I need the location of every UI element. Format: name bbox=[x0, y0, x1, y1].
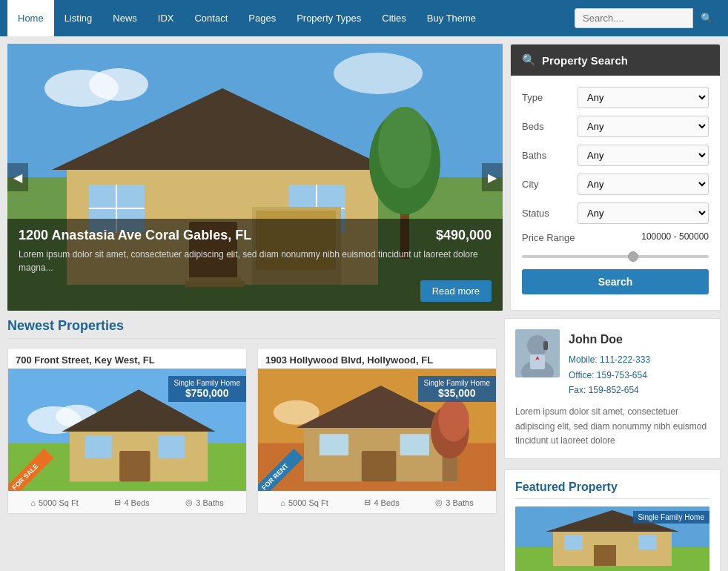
search-type-row: Type Any bbox=[522, 87, 709, 108]
property-slider: ◀ ▶ 1200 Anastasia Ave Coral Gables, FL … bbox=[7, 44, 503, 311]
nav-cities[interactable]: Cities bbox=[371, 0, 417, 36]
nav-search-input[interactable] bbox=[575, 8, 693, 28]
agent-info: John Doe Mobile: 111-222-333 Office: 159… bbox=[569, 329, 650, 397]
main-content: Newest Properties 700 Front Street, Key … bbox=[0, 311, 728, 571]
property-1-beds: ⊟ 4 Beds bbox=[114, 498, 149, 507]
slider-description: Lorem ipsum dolor sit amet, consectetuer… bbox=[19, 248, 492, 274]
property-2-footer: ⌂ 5000 Sq Ft ⊟ 4 Beds ◎ 3 Baths bbox=[258, 491, 496, 513]
nav-contact[interactable]: Contact bbox=[184, 0, 238, 36]
property-card-1: 700 Front Street, Key West, FL bbox=[7, 348, 247, 514]
baths-label: Baths bbox=[522, 150, 578, 161]
newest-properties-title: Newest Properties bbox=[7, 318, 497, 339]
svg-rect-37 bbox=[320, 434, 348, 455]
beds-select[interactable]: Any bbox=[578, 116, 709, 137]
nav-pages[interactable]: Pages bbox=[238, 0, 286, 36]
property-2-address: 1903 Hollywood Blvd, Hollywood, FL bbox=[258, 349, 496, 369]
svg-rect-54 bbox=[638, 535, 657, 549]
property-search-panel: 🔍 Property Search Type Any Beds Any Bath… bbox=[510, 44, 721, 311]
slider-next-button[interactable]: ▶ bbox=[482, 163, 503, 191]
search-button[interactable]: Search bbox=[522, 269, 709, 294]
nav-listing[interactable]: Listing bbox=[54, 0, 103, 36]
slider-address: 1200 Anastasia Ave Coral Gables, FL bbox=[19, 228, 251, 243]
read-more-button[interactable]: Read more bbox=[420, 280, 492, 302]
property-2-baths: ◎ 3 Baths bbox=[435, 498, 473, 507]
featured-type: Single Family Home bbox=[638, 513, 704, 521]
nav-search-container: 🔍 bbox=[575, 8, 721, 28]
slider-prev-button[interactable]: ◀ bbox=[7, 163, 28, 191]
svg-point-41 bbox=[438, 399, 469, 442]
nav-search-icon: 🔍 bbox=[701, 13, 713, 24]
search-panel-body: Type Any Beds Any Baths Any City bbox=[511, 76, 720, 306]
svg-point-3 bbox=[89, 68, 148, 101]
search-city-row: City Any bbox=[522, 174, 709, 195]
price-range-slider[interactable] bbox=[522, 255, 709, 258]
svg-rect-36 bbox=[362, 451, 397, 481]
nav-idx[interactable]: IDX bbox=[148, 0, 185, 36]
property-1-image: Single Family Home $750,000 FOR SALE bbox=[8, 369, 246, 491]
type-select[interactable]: Any bbox=[578, 87, 709, 108]
svg-rect-47 bbox=[543, 341, 548, 350]
nav-buy-theme[interactable]: Buy Theme bbox=[417, 0, 486, 36]
price-range-row: Price Range 100000 - 500000 bbox=[522, 231, 709, 260]
svg-rect-28 bbox=[119, 451, 150, 481]
agent-description: Lorem ipsum dolor sit amet, consectetuer… bbox=[515, 405, 709, 448]
property-1-price: $750,000 bbox=[174, 387, 240, 399]
svg-point-17 bbox=[378, 107, 431, 188]
featured-section: Featured Property Single Family Home bbox=[504, 469, 721, 571]
property-2-status: FOR RENT bbox=[258, 449, 303, 491]
search-status-row: Status Any bbox=[522, 202, 709, 224]
nav-news[interactable]: News bbox=[102, 0, 148, 36]
search-beds-row: Beds Any bbox=[522, 116, 709, 137]
nav-search-button[interactable]: 🔍 bbox=[693, 8, 721, 28]
property-1-sqft: ⌂ 5000 Sq Ft bbox=[30, 498, 78, 507]
featured-badge: Single Family Home bbox=[633, 511, 709, 524]
slider-price: $490,000 bbox=[436, 228, 492, 243]
property-2-image: Single Family Home $35,000 FOR RENT bbox=[258, 369, 496, 491]
property-2-price: $35,000 bbox=[424, 387, 490, 399]
status-select[interactable]: Any bbox=[578, 202, 709, 224]
type-label: Type bbox=[522, 92, 578, 103]
property-2-badge: Single Family Home $35,000 bbox=[418, 376, 496, 402]
agent-avatar bbox=[515, 329, 560, 377]
property-1-status: FOR SALE bbox=[8, 449, 53, 491]
featured-image: Single Family Home bbox=[515, 506, 709, 571]
property-2-type: Single Family Home bbox=[424, 379, 490, 387]
price-range-value: 100000 - 500000 bbox=[641, 231, 709, 242]
agent-fax: Fax: 159-852-654 bbox=[569, 383, 650, 397]
svg-rect-30 bbox=[158, 435, 185, 458]
city-select[interactable]: Any bbox=[578, 174, 709, 195]
svg-point-4 bbox=[334, 53, 423, 94]
featured-title: Featured Property bbox=[515, 481, 709, 499]
agent-top: John Doe Mobile: 111-222-333 Office: 159… bbox=[515, 329, 709, 397]
svg-rect-52 bbox=[594, 545, 616, 566]
svg-rect-38 bbox=[400, 434, 429, 455]
search-panel-title: Property Search bbox=[542, 54, 628, 67]
property-card-2: 1903 Hollywood Blvd, Hollywood, FL bbox=[257, 348, 497, 514]
svg-rect-53 bbox=[564, 535, 583, 549]
status-label: Status bbox=[522, 208, 578, 219]
properties-grid: 700 Front Street, Key West, FL bbox=[7, 348, 497, 514]
property-1-badge: Single Family Home $750,000 bbox=[168, 376, 246, 402]
nav-home[interactable]: Home bbox=[7, 0, 54, 36]
agent-name: John Doe bbox=[569, 329, 650, 349]
main-nav: Home Listing News IDX Contact Pages Prop… bbox=[0, 0, 728, 36]
property-2-sqft: ⌂ 5000 Sq Ft bbox=[280, 498, 328, 507]
hero-section: ◀ ▶ 1200 Anastasia Ave Coral Gables, FL … bbox=[0, 36, 728, 311]
property-1-type: Single Family Home bbox=[174, 379, 240, 387]
baths-select[interactable]: Any bbox=[578, 145, 709, 166]
slider-caption: 1200 Anastasia Ave Coral Gables, FL $490… bbox=[7, 219, 503, 311]
content-left: Newest Properties 700 Front Street, Key … bbox=[7, 318, 497, 571]
svg-rect-29 bbox=[85, 435, 112, 458]
property-1-footer: ⌂ 5000 Sq Ft ⊟ 4 Beds ◎ 3 Baths bbox=[8, 491, 246, 513]
city-label: City bbox=[522, 179, 578, 190]
property-2-beds: ⊟ 4 Beds bbox=[364, 498, 399, 507]
agent-card: John Doe Mobile: 111-222-333 Office: 159… bbox=[504, 318, 721, 459]
beds-label: Beds bbox=[522, 121, 578, 132]
search-magnifier-icon: 🔍 bbox=[522, 53, 536, 67]
property-1-address: 700 Front Street, Key West, FL bbox=[8, 349, 246, 369]
property-1-baths: ◎ 3 Baths bbox=[185, 498, 223, 507]
nav-property-types[interactable]: Property Types bbox=[286, 0, 371, 36]
content-right: John Doe Mobile: 111-222-333 Office: 159… bbox=[504, 318, 721, 571]
price-range-label: Price Range bbox=[522, 232, 575, 243]
search-panel-header: 🔍 Property Search bbox=[511, 44, 720, 76]
